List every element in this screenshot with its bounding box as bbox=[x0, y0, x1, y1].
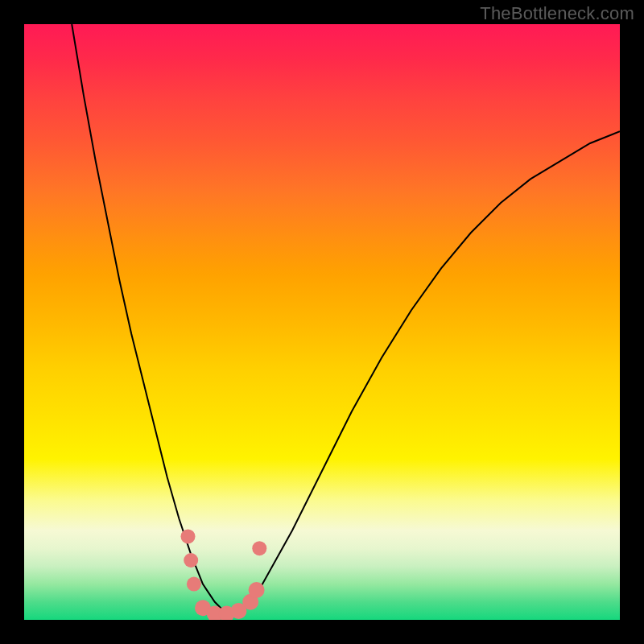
data-marker bbox=[184, 553, 198, 568]
data-marker bbox=[252, 541, 266, 555]
curve-layer bbox=[72, 24, 620, 614]
plot-area bbox=[24, 24, 620, 620]
watermark-text: TheBottleneck.com bbox=[480, 3, 634, 24]
chart-svg bbox=[24, 24, 620, 620]
data-marker bbox=[181, 529, 196, 543]
data-marker bbox=[249, 582, 265, 598]
bottleneck-curve bbox=[72, 24, 620, 614]
marker-layer bbox=[181, 529, 267, 620]
chart-container: TheBottleneck.com bbox=[0, 0, 644, 644]
data-marker bbox=[187, 577, 201, 592]
